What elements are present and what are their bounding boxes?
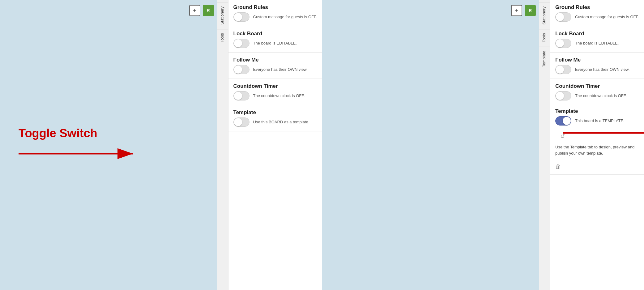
lock-board-toggle-left[interactable] [233,39,249,48]
ground-rules-toggle-right[interactable] [555,12,571,22]
tools-tab-left[interactable]: Tools [217,29,228,46]
countdown-timer-desc-left: The countdown clock is OFF. [253,93,305,99]
ground-rules-toggle-left[interactable] [233,12,249,22]
follow-me-body-left: Everyone has their OWN view. [233,65,317,74]
template-title-left: Template [233,109,317,116]
toolbar-left: + R [189,5,214,16]
follow-me-row-left: Follow Me Everyone has their OWN view. [228,53,322,79]
stationery-tab-right[interactable]: Stationery [539,2,550,28]
follow-me-toggle-left[interactable] [233,65,249,74]
lock-board-toggle-right[interactable] [555,39,571,48]
lock-board-body-right: The board is EDITABLE. [555,39,639,48]
template-row-right: Template This board is a TEMPLATE. ↺ Use… [550,105,644,175]
lock-board-title-right: Lock Board [555,31,639,37]
left-settings-panel: Stationery Tools Ground Rules Custom mes… [217,0,322,290]
template-toggle-right[interactable] [555,116,571,126]
ground-rules-row-right: Ground Rules Custom message for guests i… [550,0,644,26]
ground-rules-body-left: Custom message for guests is OFF. [233,12,317,22]
follow-me-body-right: Everyone has their OWN view. [555,65,639,74]
canvas-right: + R Stationery Tools Template Ground Rul… [322,0,644,290]
countdown-timer-title-left: Countdown Timer [233,83,317,89]
ground-rules-desc-left: Custom message for guests is OFF. [253,14,317,20]
lock-board-row-left: Lock Board The board is EDITABLE. [228,26,322,53]
left-sidebar-tabs: Stationery Tools [217,0,228,290]
countdown-timer-body-right: The countdown clock is OFF. [555,91,639,100]
template-tab-right[interactable]: Template [539,47,550,71]
template-row-left: Template Use this BOARD as a template. [228,105,322,131]
follow-me-title-left: Follow Me [233,57,317,63]
ground-rules-desc-right: Custom message for guests is OFF. [575,14,639,20]
ground-rules-title-right: Ground Rules [555,4,639,11]
tools-tab-right[interactable]: Tools [539,29,550,46]
right-panel-content: Ground Rules Custom message for guests i… [550,0,644,290]
ground-rules-title-left: Ground Rules [233,4,317,11]
lock-board-row-right: Lock Board The board is EDITABLE. [550,26,644,53]
lock-board-desc-left: The board is EDITABLE. [253,41,297,46]
add-button-right[interactable]: + [511,5,522,16]
countdown-timer-row-right: Countdown Timer The countdown clock is O… [550,79,644,105]
follow-me-desc-left: Everyone has their OWN view. [253,67,308,72]
right-sidebar-tabs: Stationery Tools Template [539,0,550,290]
template-expanded-desc-right: Use the Template tab to design, preview … [555,144,639,156]
countdown-timer-desc-right: The countdown clock is OFF. [575,93,627,99]
lock-board-title-left: Lock Board [233,31,317,37]
countdown-timer-title-right: Countdown Timer [555,83,639,89]
left-panel-content: Ground Rules Custom message for guests i… [228,0,322,290]
canvas-left: + R Stationery Tools Ground Rules Cust [0,0,322,290]
countdown-timer-body-left: The countdown clock is OFF. [233,91,317,100]
countdown-timer-toggle-right[interactable] [555,91,571,100]
follow-me-toggle-right[interactable] [555,65,571,74]
follow-me-desc-right: Everyone has their OWN view. [575,67,629,72]
follow-me-row-right: Follow Me Everyone has their OWN view. [550,53,644,79]
right-settings-panel: Stationery Tools Template Ground Rules C… [539,0,644,290]
template-toggle-left[interactable] [233,117,249,127]
toolbar-right: + R [511,5,536,16]
countdown-timer-toggle-left[interactable] [233,91,249,100]
add-button-left[interactable]: + [189,5,200,16]
ground-rules-body-right: Custom message for guests is OFF. [555,12,639,22]
template-desc-left: Use this BOARD as a template. [253,119,309,125]
main-container: + R Stationery Tools Ground Rules Cust [0,0,644,290]
arrow-right [563,128,644,138]
arrow-left [19,149,139,158]
lock-board-body-left: The board is EDITABLE. [233,39,317,48]
trash-icon-right[interactable]: 🗑 [555,164,639,170]
template-toggled-desc-right: This board is a TEMPLATE. [575,118,625,124]
template-toggle-row-right: This board is a TEMPLATE. [555,116,639,126]
lock-board-desc-right: The board is EDITABLE. [575,41,619,46]
stationery-tab-left[interactable]: Stationery [217,2,228,28]
r-button-right[interactable]: R [525,5,536,16]
ground-rules-row-left: Ground Rules Custom message for guests i… [228,0,322,26]
follow-me-title-right: Follow Me [555,57,639,63]
template-title-right: Template [555,108,639,114]
countdown-timer-row-left: Countdown Timer The countdown clock is O… [228,79,322,105]
template-body-left: Use this BOARD as a template. [233,117,317,127]
annotation-label: Toggle Switch [19,127,97,140]
r-button-left[interactable]: R [203,5,214,16]
